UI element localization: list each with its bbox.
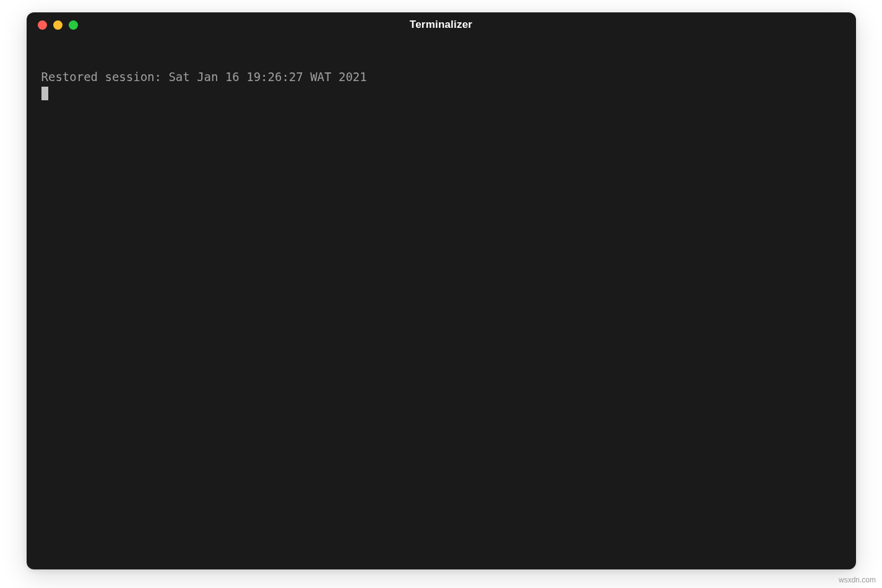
titlebar: Terminalizer [27,12,856,37]
minimize-button[interactable] [53,20,63,30]
traffic-lights [38,20,78,30]
watermark: wsxdn.com [839,576,876,584]
terminal-body[interactable]: Restored session: Sat Jan 16 19:26:27 WA… [27,37,856,569]
terminal-output-line: Restored session: Sat Jan 16 19:26:27 WA… [41,69,841,85]
cursor [41,87,48,100]
close-button[interactable] [38,20,47,30]
terminal-prompt-line [41,85,841,102]
terminal-window: Terminalizer Restored session: Sat Jan 1… [27,12,856,569]
window-title: Terminalizer [410,19,472,31]
maximize-button[interactable] [69,20,78,30]
